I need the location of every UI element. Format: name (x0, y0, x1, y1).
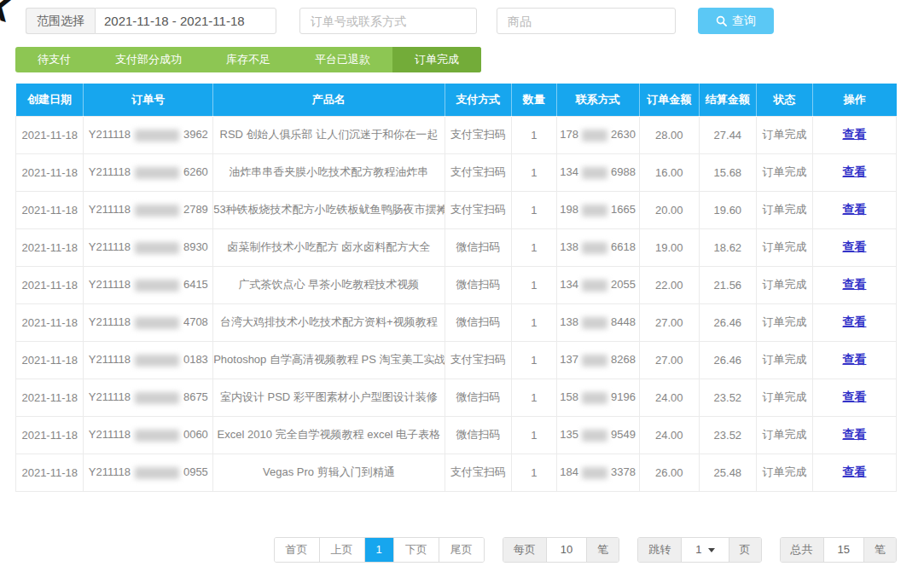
tab-pending-payment[interactable]: 待支付 (15, 47, 93, 72)
redacted-order-blur (135, 130, 179, 142)
view-link[interactable]: 查看 (842, 240, 866, 253)
per-page-value[interactable]: 10 (547, 538, 586, 562)
cell-order-number: Y2111188930 (84, 228, 213, 266)
status-text: 订单完成 (762, 278, 806, 291)
create-date: 2021-11-18 (21, 391, 78, 404)
cell-create-date: 2021-11-18 (16, 266, 84, 303)
cell-product-name: 卤菜制作技术小吃配方 卤水卤料配方大全 (213, 228, 445, 266)
cell-quantity: 1 (512, 416, 557, 454)
status-text: 订单完成 (762, 315, 806, 328)
search-icon (716, 15, 727, 26)
order-amount: 22.00 (655, 279, 683, 292)
quantity: 1 (531, 466, 537, 479)
cell-create-date: 2021-11-18 (16, 378, 84, 416)
next-page-button[interactable]: 下页 (394, 538, 439, 562)
cell-status: 订单完成 (756, 341, 812, 378)
order-or-contact-input[interactable] (299, 8, 477, 34)
view-link[interactable]: 查看 (842, 427, 866, 441)
cell-quantity: 1 (512, 153, 557, 191)
pagination-bar: 首页 上页 1 下页 尾页 每页 10 笔 跳转 1 页 总共 15 笔 (274, 537, 897, 563)
tab-refunded[interactable]: 平台已退款 (293, 47, 392, 72)
payment-method: 微信扫码 (456, 278, 500, 291)
order-amount: 16.00 (655, 166, 683, 179)
view-link[interactable]: 查看 (842, 127, 866, 141)
cell-create-date: 2021-11-18 (16, 303, 84, 341)
status-text: 订单完成 (762, 353, 806, 366)
cell-product-name: 53种铁板烧技术配方小吃铁板鱿鱼鸭肠夜市摆摊教程 (213, 191, 445, 228)
search-button[interactable]: 查询 (698, 8, 774, 34)
date-range-label: 范围选择 (26, 8, 95, 34)
cell-order-number: Y2111184708 (84, 303, 213, 341)
cell-order-amount: 28.00 (639, 116, 699, 153)
create-date: 2021-11-18 (21, 241, 78, 254)
tab-partial-success[interactable]: 支付部分成功 (93, 47, 204, 72)
total-unit: 笔 (863, 538, 896, 562)
jump-page-select[interactable]: 1 (682, 538, 728, 562)
last-page-button[interactable]: 尾页 (439, 538, 484, 562)
table-row: 2021-11-18 Y2111180060 Excel 2010 完全自学视频… (16, 416, 897, 454)
payment-method: 微信扫码 (456, 315, 500, 328)
cell-status: 订单完成 (756, 416, 812, 454)
cell-status: 订单完成 (756, 191, 812, 228)
table-row: 2021-11-18 Y2111182789 53种铁板烧技术配方小吃铁板鱿鱼鸭… (16, 191, 897, 228)
product-name: 油炸串串香夹膜小吃技术配方教程油炸串 (229, 165, 428, 178)
payment-method: 支付宝扫码 (450, 128, 506, 141)
order-number-suffix: 0060 (183, 428, 208, 441)
settle-amount: 26.46 (714, 316, 742, 329)
product-input[interactable] (497, 8, 676, 34)
column-header: 状态 (756, 84, 812, 116)
cell-status: 订单完成 (756, 266, 812, 303)
date-range-input[interactable] (95, 8, 276, 34)
contact-prefix: 134 (560, 165, 578, 178)
cell-create-date: 2021-11-18 (16, 341, 84, 378)
view-link[interactable]: 查看 (842, 465, 866, 478)
cell-payment-method: 支付宝扫码 (445, 341, 511, 378)
order-number-prefix: Y211118 (89, 428, 131, 441)
cell-settle-amount: 25.48 (699, 454, 756, 491)
current-page-button[interactable]: 1 (365, 538, 394, 562)
contact-suffix: 2055 (611, 278, 636, 291)
redacted-order-blur (135, 317, 179, 329)
first-page-button[interactable]: 首页 (275, 538, 320, 562)
product-name: 卤菜制作技术小吃配方 卤水卤料配方大全 (228, 240, 431, 253)
view-link[interactable]: 查看 (842, 390, 866, 403)
view-link[interactable]: 查看 (842, 165, 866, 178)
caret-down-icon (708, 548, 715, 552)
view-link[interactable]: 查看 (842, 202, 866, 216)
contact-suffix: 1665 (611, 203, 636, 216)
order-number-suffix: 6260 (183, 165, 208, 178)
view-link[interactable]: 查看 (842, 352, 866, 366)
cell-payment-method: 微信扫码 (445, 303, 511, 341)
jump-group: 跳转 1 页 (637, 537, 761, 563)
order-amount: 19.00 (655, 241, 683, 254)
cell-status: 订单完成 (756, 303, 812, 341)
view-link[interactable]: 查看 (842, 277, 866, 291)
table-row: 2021-11-18 Y2111188675 室内设计 PSD 彩平图素材小户型… (16, 378, 897, 416)
cell-payment-method: 支付宝扫码 (445, 191, 511, 228)
view-link[interactable]: 查看 (842, 315, 866, 328)
contact-prefix: 184 (560, 465, 578, 478)
cell-contact: 1342055 (556, 266, 639, 303)
contact-suffix: 8448 (611, 315, 636, 328)
prev-page-button[interactable]: 上页 (320, 538, 365, 562)
contact-suffix: 9549 (611, 428, 636, 441)
column-header: 创建日期 (16, 84, 84, 116)
order-number-suffix: 6415 (183, 278, 208, 291)
order-number-prefix: Y211118 (89, 465, 131, 478)
cell-quantity: 1 (512, 303, 557, 341)
create-date: 2021-11-18 (21, 354, 78, 367)
tab-out-of-stock[interactable]: 库存不足 (204, 47, 293, 72)
tab-completed[interactable]: 订单完成 (392, 47, 481, 72)
cell-contact: 1386618 (556, 228, 639, 266)
cell-quantity: 1 (512, 266, 557, 303)
table-row: 2021-11-18 Y2111186260 油炸串串香夹膜小吃技术配方教程油炸… (16, 153, 897, 191)
create-date: 2021-11-18 (21, 279, 78, 292)
cell-contact: 1388448 (556, 303, 639, 341)
cell-action: 查看 (812, 153, 896, 191)
order-number-prefix: Y211118 (89, 315, 131, 328)
column-header: 支付方式 (445, 84, 511, 116)
product-name: 台湾大鸡排技术小吃技术配方资料+视频教程 (220, 315, 438, 328)
contact-suffix: 9196 (611, 390, 636, 403)
quantity: 1 (531, 316, 537, 329)
cell-settle-amount: 23.52 (699, 378, 756, 416)
